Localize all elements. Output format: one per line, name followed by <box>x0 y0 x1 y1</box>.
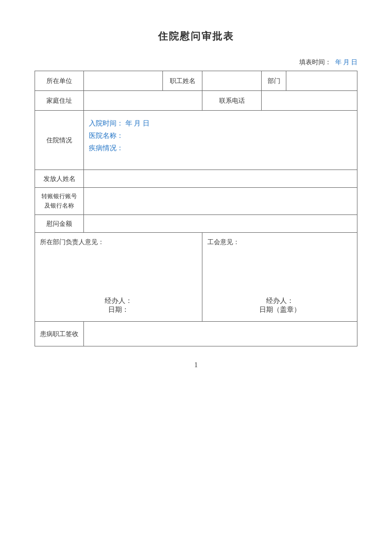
address-row: 家庭住址 联系电话 <box>35 91 357 111</box>
phone-value[interactable] <box>262 91 357 111</box>
dept-sign-block: 经办人： 日期： <box>35 297 202 314</box>
person-row: 发放人姓名 <box>35 170 357 188</box>
person-label: 发放人姓名 <box>35 170 84 188</box>
employee-name-label: 职工姓名 <box>163 71 202 91</box>
unit-value[interactable] <box>84 71 163 91</box>
receive-label: 患病职工签收 <box>35 322 84 346</box>
hospital-line2: 医院名称： <box>89 129 352 142</box>
unit-label: 所在单位 <box>35 71 84 91</box>
main-table: 所在单位 职工姓名 部门 家庭住址 联系电话 住院情况 入院时间： 年 月 日 … <box>35 71 357 346</box>
hospital-situation-value[interactable]: 入院时间： 年 月 日 医院名称： 疾病情况： <box>84 111 357 170</box>
hospital-row: 住院情况 入院时间： 年 月 日 医院名称： 疾病情况： <box>35 111 357 170</box>
basic-info-row: 所在单位 职工姓名 部门 <box>35 71 357 91</box>
employee-name-value[interactable] <box>202 71 262 91</box>
fill-time-value: 年 月 日 <box>335 58 358 66</box>
page-container: 住院慰问审批表 填表时间： 年 月 日 所在单位 职工姓名 部门 家庭住址 联系… <box>0 0 392 555</box>
amount-label: 慰问金额 <box>35 215 84 233</box>
opinion-row: 所在部门负责人意见： 经办人： 日期： 工会意见： 经办人： 日期（盖章） <box>35 233 357 322</box>
phone-label: 联系电话 <box>202 91 262 111</box>
dept-sign-line1: 经办人： <box>35 297 202 305</box>
page-title: 住院慰问审批表 <box>35 30 357 43</box>
hospital-content: 入院时间： 年 月 日 医院名称： 疾病情况： <box>89 115 352 157</box>
fill-time-label: 填表时间： <box>299 58 331 66</box>
receive-row: 患病职工签收 <box>35 322 357 346</box>
dept-opinion-cell[interactable]: 所在部门负责人意见： 经办人： 日期： <box>35 233 202 322</box>
department-value[interactable] <box>286 71 357 91</box>
person-value[interactable] <box>84 170 357 188</box>
union-opinion-cell[interactable]: 工会意见： 经办人： 日期（盖章） <box>202 233 357 322</box>
hospital-line3: 疾病情况： <box>89 142 352 154</box>
amount-row: 慰问金额 <box>35 215 357 233</box>
address-label: 家庭住址 <box>35 91 84 111</box>
union-sign-line2: 日期（盖章） <box>202 305 357 314</box>
page-number: 1 <box>35 361 357 369</box>
bank-label: 转账银行账号及银行名称 <box>35 188 84 215</box>
department-label: 部门 <box>262 71 286 91</box>
bank-value[interactable] <box>84 188 357 215</box>
bank-row: 转账银行账号及银行名称 <box>35 188 357 215</box>
receive-value[interactable] <box>84 322 357 346</box>
amount-value[interactable] <box>84 215 357 233</box>
union-opinion-label: 工会意见： <box>207 238 352 247</box>
union-sign-block: 经办人： 日期（盖章） <box>202 297 357 314</box>
hospital-situation-label: 住院情况 <box>35 111 84 170</box>
fill-time-row: 填表时间： 年 月 日 <box>35 58 357 67</box>
hospital-line1: 入院时间： 年 月 日 <box>89 117 352 129</box>
address-value[interactable] <box>84 91 202 111</box>
union-sign-line1: 经办人： <box>202 297 357 305</box>
dept-opinion-label: 所在部门负责人意见： <box>40 238 197 247</box>
dept-sign-line2: 日期： <box>35 305 202 314</box>
